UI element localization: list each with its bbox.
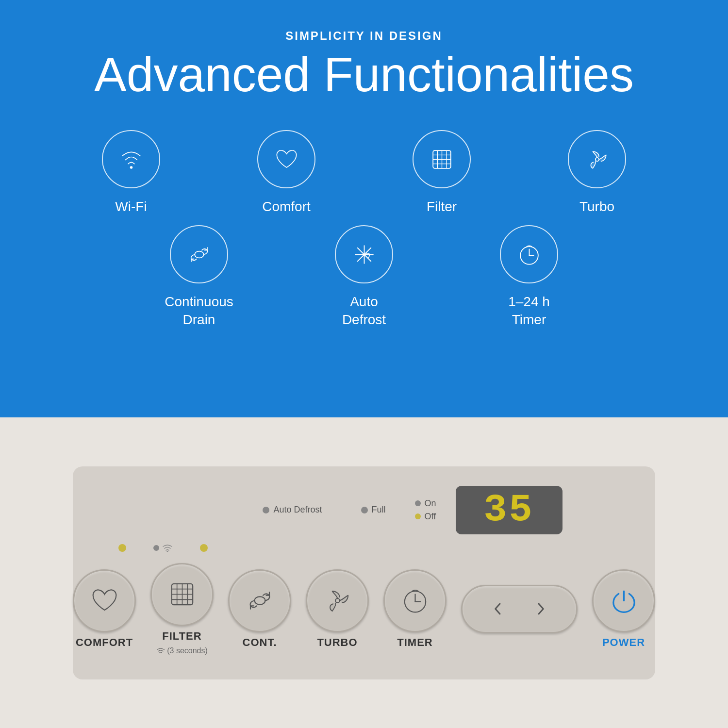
svg-point-8 [595, 157, 598, 161]
arrow-right-icon [532, 600, 549, 617]
timer-button-icon [399, 585, 431, 616]
wifi-sublabel-icon [156, 647, 165, 654]
comfort-heart-icon [273, 146, 300, 173]
auto-defrost-icon-circle [335, 225, 393, 283]
features-row1: Wi-Fi Comfort [73, 130, 655, 215]
filter-icon-circle [413, 130, 471, 188]
turbo-button-group: TURBO [306, 569, 369, 649]
bottom-section: Auto Defrost Full On Off 35 [0, 417, 728, 728]
filter-light [143, 544, 183, 552]
off-indicator: Off [415, 512, 436, 522]
arrow-button[interactable] [461, 585, 578, 633]
filter-button-group: FILTER (3 seconds) [150, 563, 214, 655]
feature-comfort: Comfort [228, 130, 345, 215]
filter-button-icon [166, 579, 198, 610]
svg-point-22 [335, 598, 340, 603]
turbo-button[interactable] [306, 569, 369, 632]
cont-button-label: CONT. [243, 636, 277, 649]
cont-button[interactable] [228, 569, 291, 632]
auto-defrost-indicator: Auto Defrost [263, 505, 322, 515]
comfort-button-icon [89, 585, 120, 616]
timer-button-group: TIMER [383, 569, 447, 649]
full-indicator-label: Full [372, 505, 386, 515]
on-off-indicators: On Off [415, 498, 436, 522]
feature-timer: 1–24 hTimer [476, 225, 582, 329]
comfort-button[interactable] [73, 569, 136, 632]
auto-defrost-label: AutoDefrost [342, 293, 386, 329]
filter-button[interactable] [150, 563, 214, 626]
led-display: 35 [456, 486, 563, 534]
filter-dot-small [153, 545, 159, 551]
turbo-fan-icon [584, 146, 611, 173]
comfort-light [102, 544, 143, 552]
filter-label: Filter [427, 198, 457, 215]
cont-button-group: CONT. [228, 569, 291, 649]
svg-point-0 [130, 166, 132, 169]
svg-point-14 [167, 551, 168, 552]
comfort-button-group: COMFORT [73, 569, 136, 649]
turbo-button-label: TURBO [317, 636, 357, 649]
control-panel: Auto Defrost Full On Off 35 [73, 466, 655, 679]
off-label: Off [425, 512, 436, 522]
auto-defrost-icon [351, 241, 378, 268]
led-number: 35 [484, 491, 534, 529]
feature-wifi: Wi-Fi [73, 130, 189, 215]
continuous-drain-label: ContinuousDrain [165, 293, 233, 329]
on-label: On [425, 498, 436, 509]
timer-icon-circle [500, 225, 558, 283]
timer-label: 1–24 hTimer [508, 293, 550, 329]
timer-icon [516, 241, 543, 268]
off-dot [415, 513, 421, 519]
auto-defrost-dot [263, 507, 269, 513]
turbo-button-icon [322, 585, 353, 616]
comfort-label: Comfort [262, 198, 311, 215]
turbo-icon-circle [568, 130, 626, 188]
filter-button-label: FILTER [162, 630, 201, 643]
full-dot [361, 507, 368, 513]
turbo-label: Turbo [579, 198, 614, 215]
wifi-small-icon [162, 544, 173, 552]
wifi-icon-circle [102, 130, 160, 188]
power-icon [608, 585, 640, 616]
filter-sublabel: (3 seconds) [156, 646, 208, 655]
power-button-group: POWER [592, 569, 655, 649]
wifi-label: Wi-Fi [115, 198, 147, 215]
arrow-button-group [461, 585, 578, 633]
comfort-icon-circle [257, 130, 315, 188]
on-dot [415, 500, 421, 506]
filter-grid-icon [429, 146, 455, 173]
feature-filter: Filter [383, 130, 500, 215]
power-label: POWER [602, 636, 645, 649]
top-section: SIMPLICITY IN DESIGN Advanced Functional… [0, 0, 728, 417]
wifi-icon [118, 146, 145, 173]
power-button[interactable] [592, 569, 655, 632]
filter-seconds-label: (3 seconds) [167, 646, 208, 655]
continuous-drain-icon-circle [170, 225, 228, 283]
cont-button-icon [244, 585, 276, 616]
buttons-row: COMFORT FILTER [102, 563, 626, 655]
subtitle: SIMPLICITY IN DESIGN [285, 29, 443, 43]
comfort-button-label: COMFORT [76, 636, 133, 649]
auto-defrost-indicator-label: Auto Defrost [273, 505, 322, 515]
on-indicator: On [415, 498, 436, 509]
continuous-drain-icon [186, 241, 213, 268]
feature-auto-defrost: AutoDefrost [311, 225, 417, 329]
cont-light [183, 544, 224, 552]
main-title: Advanced Functionalities [94, 48, 634, 101]
full-indicator: Full [361, 505, 386, 515]
comfort-light-dot [118, 544, 126, 552]
feature-continuous-drain: ContinuousDrain [146, 225, 252, 329]
arrow-left-icon [490, 600, 507, 617]
feature-turbo: Turbo [539, 130, 655, 215]
features-row2: ContinuousDrain AutoDefrost [146, 225, 582, 329]
timer-button-label: TIMER [397, 636, 432, 649]
timer-button[interactable] [383, 569, 447, 632]
cont-light-dot [200, 544, 208, 552]
